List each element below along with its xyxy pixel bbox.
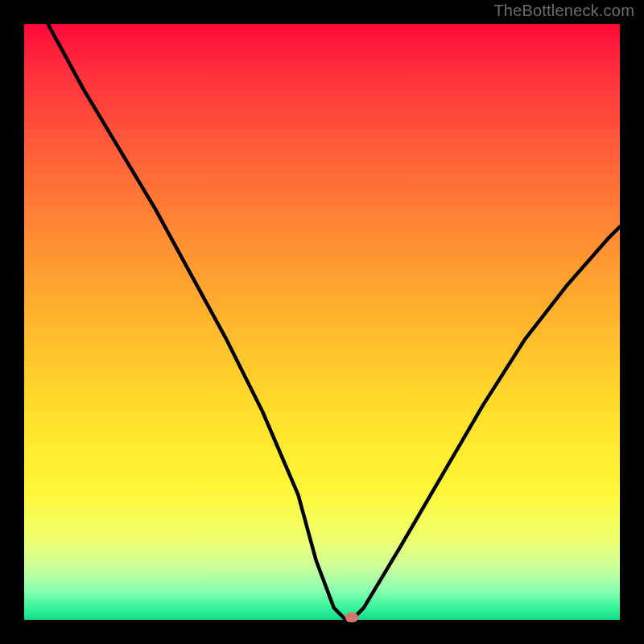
plot-area bbox=[24, 24, 620, 620]
bottleneck-curve bbox=[24, 24, 620, 620]
chart-frame: TheBottleneck.com bbox=[0, 0, 644, 644]
bottleneck-curve-line bbox=[48, 24, 620, 620]
optimum-point-marker bbox=[345, 613, 358, 622]
watermark-text: TheBottleneck.com bbox=[493, 2, 634, 20]
